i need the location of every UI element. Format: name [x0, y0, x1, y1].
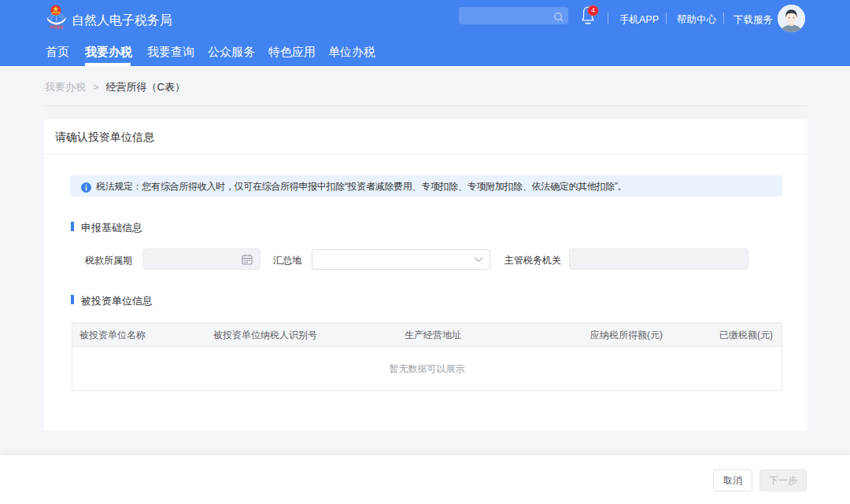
svg-text:中国税务: 中国税务 [50, 24, 65, 30]
